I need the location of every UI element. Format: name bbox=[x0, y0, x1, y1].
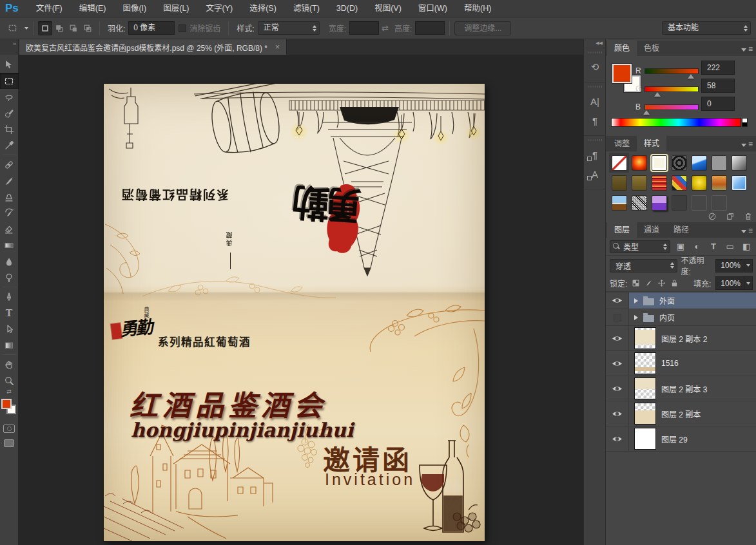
paragraph-styles-panel-icon[interactable]: ¶ bbox=[584, 145, 606, 164]
style-red-glow[interactable] bbox=[629, 153, 649, 173]
menu-type[interactable]: 文字(Y) bbox=[198, 0, 242, 17]
rectangular-marquee-tool[interactable] bbox=[0, 73, 19, 89]
dock-gripper[interactable] bbox=[588, 52, 602, 53]
antialias-checkbox[interactable] bbox=[179, 24, 186, 32]
tools-panel-header[interactable]: » bbox=[0, 39, 19, 55]
brush-tool[interactable] bbox=[0, 173, 19, 189]
red-value-input[interactable]: 222 bbox=[701, 61, 735, 75]
style-landscape[interactable] bbox=[609, 193, 629, 213]
hand-tool[interactable] bbox=[0, 356, 19, 372]
menu-file[interactable]: 文件(F) bbox=[28, 0, 71, 17]
eyedropper-tool[interactable] bbox=[0, 137, 19, 153]
tab-paths[interactable]: 路径 bbox=[666, 221, 696, 238]
green-slider[interactable] bbox=[645, 86, 699, 92]
layer-row-neiye[interactable]: 内页 bbox=[606, 309, 756, 326]
path-selection-tool[interactable] bbox=[0, 321, 19, 337]
dodge-tool[interactable] bbox=[0, 269, 19, 285]
menu-help[interactable]: 帮助(H) bbox=[456, 0, 499, 17]
filter-shape-layers-icon[interactable]: ▭ bbox=[724, 242, 737, 251]
dock-gripper[interactable] bbox=[588, 139, 602, 141]
blur-tool[interactable] bbox=[0, 253, 19, 269]
filter-adjustment-layers-icon[interactable]: ◐ bbox=[691, 242, 704, 251]
style-orange-gradient[interactable] bbox=[709, 173, 729, 193]
rectangle-tool[interactable] bbox=[0, 337, 19, 353]
layer-row-copy1[interactable]: 图层 2 副本 bbox=[606, 401, 756, 426]
delete-style-icon[interactable] bbox=[744, 212, 753, 221]
style-noise[interactable] bbox=[629, 193, 649, 213]
selection-intersect-button[interactable] bbox=[81, 21, 95, 35]
style-dark-flat[interactable] bbox=[669, 193, 689, 213]
move-tool[interactable] bbox=[0, 57, 19, 73]
tab-styles[interactable]: 样式 bbox=[637, 135, 666, 151]
menu-layer[interactable]: 图层(L) bbox=[155, 0, 197, 17]
tab-adjustments[interactable]: 调整 bbox=[607, 135, 637, 151]
dock-gripper[interactable] bbox=[588, 86, 602, 88]
tab-channels[interactable]: 通道 bbox=[637, 221, 666, 238]
lasso-tool[interactable] bbox=[0, 89, 19, 105]
visibility-toggle[interactable] bbox=[606, 292, 629, 309]
panel-menu-icon[interactable]: ≡ bbox=[741, 226, 753, 235]
style-empty-slot[interactable] bbox=[709, 193, 729, 213]
swap-colors-icon[interactable]: ⇄ bbox=[6, 388, 12, 396]
visibility-toggle[interactable] bbox=[606, 351, 629, 376]
layer-thumbnail[interactable] bbox=[634, 428, 656, 450]
style-gray-gradient[interactable] bbox=[729, 153, 749, 173]
collapse-dock-icon[interactable]: ◀◀ bbox=[584, 39, 605, 48]
tool-preset-dropdown-icon[interactable] bbox=[24, 27, 28, 30]
visibility-toggle[interactable] bbox=[606, 426, 629, 451]
horizontal-type-tool[interactable]: T bbox=[0, 305, 19, 321]
menu-3d[interactable]: 3D(D) bbox=[328, 0, 366, 17]
clear-style-icon[interactable] bbox=[708, 212, 717, 221]
menu-select[interactable]: 选择(S) bbox=[241, 0, 285, 17]
layer-row-copy3[interactable]: 图层 2 副本 3 bbox=[606, 376, 756, 401]
foreground-color-chip[interactable] bbox=[1, 399, 12, 409]
foreground-color-swatch[interactable] bbox=[612, 64, 632, 83]
filter-kind-select[interactable]: 类型 bbox=[610, 240, 670, 253]
tab-layers[interactable]: 图层 bbox=[607, 221, 637, 238]
document-canvas[interactable]: 系列精品红葡萄酒 勇勤 典藏 勇勤 典藏 系列精品紅葡萄酒 红酒品鉴酒会 hon… bbox=[104, 84, 485, 541]
lock-position-icon[interactable] bbox=[657, 279, 666, 287]
workspace-switcher[interactable]: 基本功能 bbox=[662, 21, 751, 35]
blue-value-input[interactable]: 0 bbox=[701, 97, 735, 111]
eraser-tool[interactable] bbox=[0, 221, 19, 237]
opacity-input[interactable]: 100% bbox=[715, 259, 753, 272]
visibility-toggle[interactable] bbox=[606, 401, 629, 426]
style-empty-slot[interactable] bbox=[689, 193, 709, 213]
visibility-toggle[interactable] bbox=[606, 309, 629, 325]
expand-group-icon[interactable] bbox=[634, 315, 638, 320]
document-tab[interactable]: 欧美复古风红酒品鉴会邀请函psd模板素材.psd @ 25% (外面, RGB/… bbox=[19, 39, 287, 55]
style-red-stripes[interactable] bbox=[649, 173, 669, 193]
fill-dropdown-icon[interactable] bbox=[744, 277, 752, 289]
close-tab-icon[interactable]: × bbox=[275, 43, 280, 52]
lock-pixels-icon[interactable] bbox=[645, 279, 653, 287]
style-purple-bevel[interactable] bbox=[649, 193, 669, 213]
color-spectrum-ramp[interactable] bbox=[611, 118, 741, 127]
menu-filter[interactable]: 滤镜(T) bbox=[285, 0, 328, 17]
clone-stamp-tool[interactable] bbox=[0, 189, 19, 205]
style-dark-rings[interactable] bbox=[669, 153, 689, 173]
layer-row-copy2[interactable]: 图层 2 副本 2 bbox=[606, 326, 756, 351]
new-style-icon[interactable] bbox=[726, 212, 735, 221]
layer-thumbnail[interactable] bbox=[634, 403, 656, 425]
fill-input[interactable]: 100% bbox=[715, 276, 753, 290]
quick-selection-tool[interactable] bbox=[0, 105, 19, 121]
style-select[interactable]: 正常 bbox=[258, 21, 320, 35]
layer-row-1516[interactable]: 1516 bbox=[606, 351, 756, 376]
filter-pixel-layers-icon[interactable]: ▣ bbox=[674, 242, 687, 251]
selection-add-button[interactable] bbox=[52, 21, 66, 35]
tool-preset-icon[interactable] bbox=[5, 21, 19, 35]
menu-edit[interactable]: 编辑(E) bbox=[71, 0, 115, 17]
history-panel-icon[interactable]: ⟲ bbox=[584, 57, 606, 77]
filter-smart-object-icon[interactable]: ◧ bbox=[740, 242, 753, 251]
green-slider-thumb[interactable] bbox=[654, 92, 661, 97]
menu-window[interactable]: 窗口(W) bbox=[410, 0, 456, 17]
filter-type-layers-icon[interactable]: T bbox=[707, 242, 720, 251]
spectrum-white-black-swatch[interactable] bbox=[742, 118, 748, 127]
expand-group-icon[interactable] bbox=[634, 298, 638, 303]
style-none[interactable] bbox=[609, 153, 629, 173]
spot-healing-brush-tool[interactable] bbox=[0, 157, 19, 173]
menu-image[interactable]: 图像(I) bbox=[114, 0, 155, 17]
panel-menu-icon[interactable]: ≡ bbox=[741, 140, 753, 149]
style-multicolor[interactable] bbox=[669, 173, 689, 193]
style-yellow-gloss[interactable] bbox=[689, 173, 709, 193]
